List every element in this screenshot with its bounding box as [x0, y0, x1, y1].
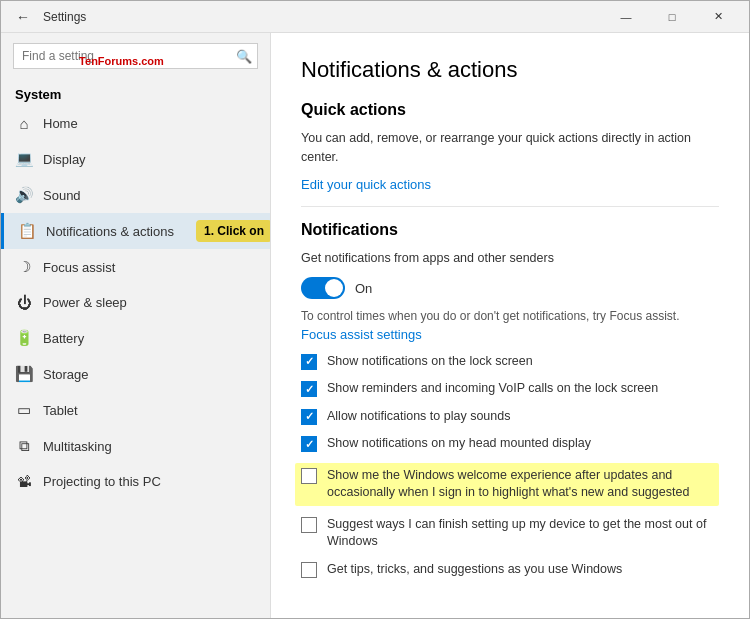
search-icon: 🔍: [236, 49, 252, 64]
sidebar-section-title: System: [1, 79, 270, 106]
checkbox-row-voip: ✓Show reminders and incoming VoIP calls …: [301, 380, 719, 398]
minimize-button[interactable]: —: [603, 1, 649, 33]
power-icon: ⏻: [15, 294, 33, 311]
checkbox-label-hmd: Show notifications on my head mounted di…: [327, 435, 591, 453]
sidebar-item-label-sound: Sound: [43, 188, 81, 203]
titlebar: ← Settings — □ ✕: [1, 1, 749, 33]
sidebar-item-storage[interactable]: 💾 Storage: [1, 356, 270, 392]
search-container: TenForums.com 🔍: [13, 43, 258, 69]
checkbox-label-voip: Show reminders and incoming VoIP calls o…: [327, 380, 658, 398]
toggle-knob: [325, 279, 343, 297]
sidebar-item-label-power: Power & sleep: [43, 295, 127, 310]
sidebar-item-projecting[interactable]: 📽 Projecting to this PC: [1, 464, 270, 499]
checkbox-row-sounds: ✓Allow notifications to play sounds: [301, 408, 719, 426]
checkbox-welcome[interactable]: [301, 468, 317, 484]
notifications-icon: 📋: [18, 222, 36, 240]
notifications-toggle[interactable]: [301, 277, 345, 299]
checkbox-label-suggest: Suggest ways I can finish setting up my …: [327, 516, 719, 551]
sidebar-item-focus[interactable]: ☽ Focus assist: [1, 249, 270, 285]
sidebar-item-label-battery: Battery: [43, 331, 84, 346]
home-icon: ⌂: [15, 115, 33, 132]
edit-quick-actions-link[interactable]: Edit your quick actions: [301, 177, 431, 192]
checkbox-label-lock_screen: Show notifications on the lock screen: [327, 353, 533, 371]
focus-assist-link[interactable]: Focus assist settings: [301, 327, 422, 342]
checkboxes-container: ✓Show notifications on the lock screen✓S…: [301, 353, 719, 579]
sidebar-item-power[interactable]: ⏻ Power & sleep: [1, 285, 270, 320]
check-mark: ✓: [305, 438, 314, 451]
get-notifications-label: Get notifications from apps and other se…: [301, 249, 719, 268]
content-area: Notifications & actions Quick actions Yo…: [271, 33, 749, 618]
check-mark: ✓: [305, 410, 314, 423]
multitasking-icon: ⧉: [15, 437, 33, 455]
maximize-button[interactable]: □: [649, 1, 695, 33]
checkbox-row-hmd: ✓Show notifications on my head mounted d…: [301, 435, 719, 453]
toggle-label: On: [355, 281, 372, 296]
sidebar-item-label-home: Home: [43, 116, 78, 131]
projecting-icon: 📽: [15, 473, 33, 490]
settings-window: ← Settings — □ ✕ TenForums.com 🔍 System …: [0, 0, 750, 619]
search-input[interactable]: [13, 43, 258, 69]
checkbox-tips[interactable]: [301, 562, 317, 578]
checkbox-voip[interactable]: ✓: [301, 381, 317, 397]
sidebar-item-home[interactable]: ⌂ Home: [1, 106, 270, 141]
sidebar-item-battery[interactable]: 🔋 Battery: [1, 320, 270, 356]
sidebar-item-label-notifications: Notifications & actions: [46, 224, 174, 239]
window-title: Settings: [43, 10, 603, 24]
battery-icon: 🔋: [15, 329, 33, 347]
notif-item-container: 📋 Notifications & actions 1. Click on: [1, 213, 270, 249]
storage-icon: 💾: [15, 365, 33, 383]
checkbox-sounds[interactable]: ✓: [301, 409, 317, 425]
checkbox-label-welcome: Show me the Windows welcome experience a…: [327, 467, 713, 502]
close-button[interactable]: ✕: [695, 1, 741, 33]
annotation-click-on-label: 1. Click on: [196, 220, 271, 242]
checkbox-label-sounds: Allow notifications to play sounds: [327, 408, 510, 426]
sidebar-item-label-storage: Storage: [43, 367, 89, 382]
focus-hint-text: To control times when you do or don't ge…: [301, 307, 719, 345]
checkbox-row-suggest: Suggest ways I can finish setting up my …: [301, 516, 719, 551]
sidebar-item-multitasking[interactable]: ⧉ Multitasking: [1, 428, 270, 464]
focus-icon: ☽: [15, 258, 33, 276]
back-button[interactable]: ←: [9, 3, 37, 31]
main-layout: TenForums.com 🔍 System ⌂ Home 💻 Display …: [1, 33, 749, 618]
sound-icon: 🔊: [15, 186, 33, 204]
checkbox-suggest[interactable]: [301, 517, 317, 533]
sidebar-item-label-projecting: Projecting to this PC: [43, 474, 161, 489]
checkbox-row-tips: Get tips, tricks, and suggestions as you…: [301, 561, 719, 579]
checkbox-row-welcome: 2. Check or UncheckShow me the Windows w…: [295, 463, 719, 506]
check-mark: ✓: [305, 355, 314, 368]
display-icon: 💻: [15, 150, 33, 168]
checkbox-lock_screen[interactable]: ✓: [301, 354, 317, 370]
annotation-click-on: 1. Click on: [196, 220, 271, 242]
sidebar: TenForums.com 🔍 System ⌂ Home 💻 Display …: [1, 33, 271, 618]
divider-1: [301, 206, 719, 207]
tablet-icon: ▭: [15, 401, 33, 419]
sidebar-item-tablet[interactable]: ▭ Tablet: [1, 392, 270, 428]
quick-actions-description: You can add, remove, or rearrange your q…: [301, 129, 719, 167]
page-title: Notifications & actions: [301, 57, 719, 83]
quick-actions-heading: Quick actions: [301, 101, 719, 119]
checkbox-label-tips: Get tips, tricks, and suggestions as you…: [327, 561, 622, 579]
checkbox-row-lock_screen: ✓Show notifications on the lock screen: [301, 353, 719, 371]
notifications-toggle-row: On: [301, 277, 719, 299]
sidebar-item-label-tablet: Tablet: [43, 403, 78, 418]
checkbox-hmd[interactable]: ✓: [301, 436, 317, 452]
window-controls: — □ ✕: [603, 1, 741, 33]
sidebar-item-sound[interactable]: 🔊 Sound: [1, 177, 270, 213]
sidebar-item-display[interactable]: 💻 Display: [1, 141, 270, 177]
sidebar-item-label-display: Display: [43, 152, 86, 167]
sidebar-item-label-multitasking: Multitasking: [43, 439, 112, 454]
notifications-heading: Notifications: [301, 221, 719, 239]
sidebar-item-label-focus: Focus assist: [43, 260, 115, 275]
check-mark: ✓: [305, 383, 314, 396]
